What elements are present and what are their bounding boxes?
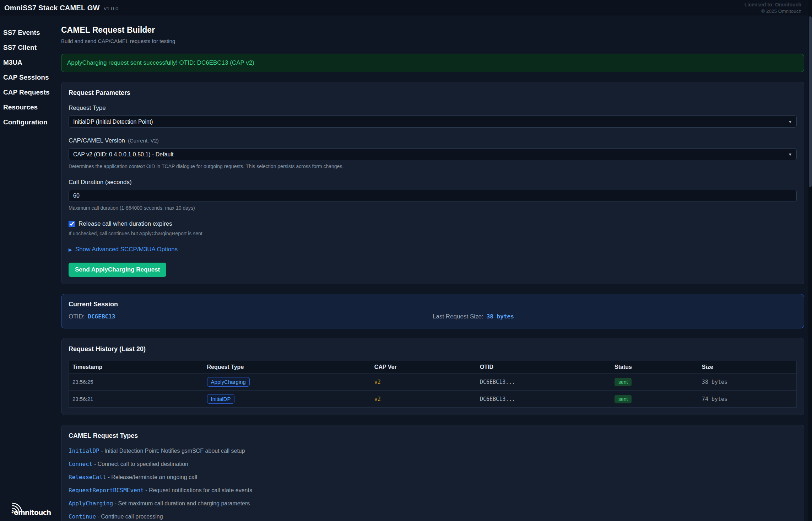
list-item: Continue - Continue call processing <box>69 513 797 520</box>
col-status: Status <box>611 361 698 374</box>
call-duration-input[interactable] <box>69 190 797 202</box>
app-header-left: OmniSS7 Stack CAMEL GW v1.0.0 <box>4 4 118 12</box>
request-type-select-wrap: InitialDP (Initial Detection Point) <box>69 116 797 128</box>
list-item: InitialDP - Initial Detection Point: Not… <box>69 447 797 454</box>
release-call-label: Release call when duration expires <box>79 220 172 227</box>
request-type-label: Request Type <box>69 104 797 112</box>
type-desc: - Request notifications for call state e… <box>144 487 252 493</box>
call-duration-group: Call Duration (seconds) Maximum call dur… <box>69 179 797 211</box>
layout: SS7 Events SS7 Client M3UA CAP Sessions … <box>0 16 812 521</box>
send-applycharging-button[interactable]: Send ApplyCharging Request <box>69 263 166 277</box>
svg-text:omnitouch: omnitouch <box>14 509 51 516</box>
sidebar: SS7 Events SS7 Client M3UA CAP Sessions … <box>0 16 54 521</box>
camel-request-types-title: CAMEL Request Types <box>69 432 797 440</box>
type-name: ApplyCharging <box>69 500 113 507</box>
release-call-help: If unchecked, call continues but ApplyCh… <box>69 231 797 236</box>
advanced-options-toggle[interactable]: ▶Show Advanced SCCP/M3UA Options <box>69 246 178 253</box>
type-desc: - Connect call to specified destination <box>92 461 188 467</box>
session-otid-value: DC6EBC13 <box>88 313 115 320</box>
type-desc: - Set maximum call duration and charging… <box>113 500 250 506</box>
table-row: 23:56:21 InitialDP v2 DC6EBC13... sent 7… <box>69 391 797 408</box>
type-name: Continue <box>69 513 96 520</box>
cap-version-select[interactable]: CAP v2 (OID: 0.4.0.0.1.0.50.1) - Default <box>69 148 797 160</box>
list-item: Connect - Connect call to specified dest… <box>69 461 797 467</box>
request-history-card: Request History (Last 20) Timestamp Requ… <box>61 338 804 415</box>
size-value: 74 bytes <box>702 396 727 402</box>
camel-request-types-card: CAMEL Request Types InitialDP - Initial … <box>61 425 804 521</box>
type-name: InitialDP <box>69 447 99 454</box>
type-desc: - Continue call processing <box>96 514 163 520</box>
type-name: RequestReportBCSMEvent <box>69 487 144 494</box>
sidebar-item-configuration[interactable]: Configuration <box>3 115 51 130</box>
sidebar-item-cap-requests[interactable]: CAP Requests <box>3 85 51 100</box>
page-title: CAMEL Request Builder <box>61 25 804 35</box>
request-history-title: Request History (Last 20) <box>69 345 797 353</box>
app-header-right: Licensed to: Omnitouch © 2025 Omnitouch <box>745 1 801 15</box>
table-header-row: Timestamp Request Type CAP Ver OTID Stat… <box>69 361 797 374</box>
scrollbar-thumb[interactable] <box>809 16 812 187</box>
col-otid: OTID <box>476 361 611 374</box>
status-badge: sent <box>615 378 632 386</box>
cap-version-label-text: CAP/CAMEL Version <box>69 137 125 144</box>
sidebar-item-resources[interactable]: Resources <box>3 100 51 115</box>
list-item: ApplyCharging - Set maximum call duratio… <box>69 500 797 507</box>
session-size-value: 38 bytes <box>487 313 514 320</box>
col-timestamp: Timestamp <box>69 361 204 374</box>
otid-value: DC6EBC13... <box>480 396 515 402</box>
app-header: OmniSS7 Stack CAMEL GW v1.0.0 Licensed t… <box>0 0 812 16</box>
type-name: ReleaseCall <box>69 474 106 480</box>
status-badge: sent <box>615 395 632 403</box>
success-alert: ApplyCharging request sent successfully!… <box>61 54 804 72</box>
request-type-badge: InitialDP <box>207 394 235 404</box>
cell-timestamp: 23:56:21 <box>69 391 204 408</box>
current-session-title: Current Session <box>69 301 797 308</box>
main-content: CAMEL Request Builder Build and send CAP… <box>54 16 812 521</box>
cap-ver-value: v2 <box>374 396 381 402</box>
call-duration-label: Call Duration (seconds) <box>69 179 797 186</box>
release-call-checkbox[interactable] <box>69 221 75 227</box>
page-subtitle: Build and send CAP/CAMEL requests for te… <box>61 38 804 44</box>
request-history-table: Timestamp Request Type CAP Ver OTID Stat… <box>69 361 797 408</box>
sidebar-item-ss7-events[interactable]: SS7 Events <box>3 25 51 40</box>
omnitouch-logo: omnitouch <box>3 496 51 518</box>
release-call-group: Release call when duration expires If un… <box>69 220 797 236</box>
cap-version-help: Determines the application context OID i… <box>69 163 797 169</box>
cap-ver-value: v2 <box>374 379 381 385</box>
app-version: v1.0.0 <box>104 5 119 11</box>
otid-value: DC6EBC13... <box>480 379 515 385</box>
type-desc: - Initial Detection Point: Notifies gsmS… <box>99 448 245 454</box>
col-cap-ver: CAP Ver <box>371 361 476 374</box>
cap-version-group: CAP/CAMEL Version(Current: V2) CAP v2 (O… <box>69 137 797 169</box>
table-row: 23:56:25 ApplyCharging v2 DC6EBC13... se… <box>69 374 797 391</box>
cap-version-current-hint: (Current: V2) <box>128 138 159 144</box>
cell-timestamp: 23:56:25 <box>69 374 204 391</box>
request-parameters-title: Request Parameters <box>69 89 797 97</box>
release-call-row: Release call when duration expires <box>69 220 797 227</box>
list-item: RequestReportBCSMEvent - Request notific… <box>69 487 797 494</box>
type-desc: - Release/terminate an ongoing call <box>106 474 197 480</box>
session-otid-label: OTID: <box>69 313 85 320</box>
cap-version-label: CAP/CAMEL Version(Current: V2) <box>69 137 797 144</box>
scrollbar[interactable] <box>808 0 812 521</box>
session-last-request-size: Last Request Size:38 bytes <box>433 313 797 320</box>
session-size-label: Last Request Size: <box>433 313 483 320</box>
request-type-badge: ApplyCharging <box>207 377 250 387</box>
copyright-text: © 2025 Omnitouch <box>745 8 801 15</box>
list-item: ReleaseCall - Release/terminate an ongoi… <box>69 474 797 480</box>
request-type-select[interactable]: InitialDP (Initial Detection Point) <box>69 116 797 128</box>
app-title: OmniSS7 Stack CAMEL GW <box>4 4 100 12</box>
triangle-right-icon: ▶ <box>69 247 72 252</box>
licensed-to-text: Licensed to: Omnitouch <box>745 1 801 8</box>
session-otid: OTID:DC6EBC13 <box>69 313 433 320</box>
advanced-options-label: Show Advanced SCCP/M3UA Options <box>75 246 178 253</box>
type-name: Connect <box>69 461 92 467</box>
size-value: 38 bytes <box>702 379 727 385</box>
col-size: Size <box>698 361 797 374</box>
request-type-group: Request Type InitialDP (Initial Detectio… <box>69 104 797 128</box>
sidebar-item-cap-sessions[interactable]: CAP Sessions <box>3 70 51 85</box>
current-session-grid: OTID:DC6EBC13 Last Request Size:38 bytes <box>69 313 797 320</box>
cap-version-select-wrap: CAP v2 (OID: 0.4.0.0.1.0.50.1) - Default <box>69 148 797 160</box>
sidebar-item-ss7-client[interactable]: SS7 Client <box>3 40 51 55</box>
call-duration-help: Maximum call duration (1-864000 seconds,… <box>69 205 797 211</box>
sidebar-item-m3ua[interactable]: M3UA <box>3 55 51 70</box>
